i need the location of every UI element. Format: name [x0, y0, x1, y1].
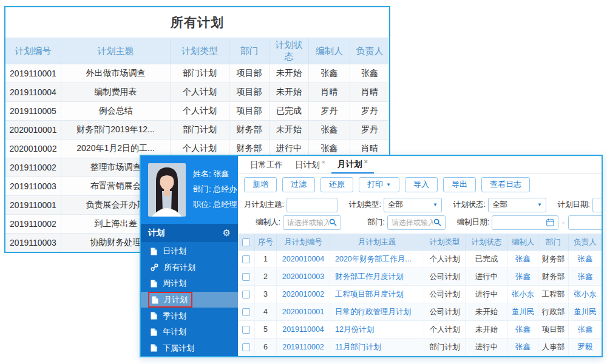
table-cell: 未开始: [466, 303, 508, 320]
table-cell-link[interactable]: 12月份计划: [330, 321, 424, 338]
table-cell: 进行中: [466, 268, 508, 285]
sidebar-item-label: 日计划: [163, 246, 186, 257]
row-checkbox[interactable]: [242, 255, 250, 263]
close-icon[interactable]: ×: [322, 158, 325, 166]
search-input[interactable]: [392, 218, 433, 227]
sidebar-item-年计划[interactable]: 年计划: [141, 324, 238, 340]
sidebar-item-下属计划[interactable]: 下属计划: [141, 340, 238, 356]
search-icon: [433, 218, 441, 226]
table-cell-link[interactable]: 11月部门计划: [330, 339, 424, 356]
table-cell: 肖晴: [350, 83, 389, 101]
table-cell-link[interactable]: 张鑫: [508, 339, 538, 356]
row-checkbox[interactable]: [242, 326, 250, 334]
row-checkbox[interactable]: [242, 291, 250, 298]
table-cell-link[interactable]: 张小东: [508, 286, 538, 303]
table-cell-link[interactable]: 罗毅: [569, 339, 602, 356]
search-input[interactable]: [287, 218, 329, 227]
table-cell-link[interactable]: 张小东: [569, 286, 602, 303]
table-cell-link[interactable]: 2019110002: [277, 339, 330, 356]
filter-label: 计划日期:: [554, 200, 590, 210]
filter-input[interactable]: [592, 198, 602, 212]
table-cell-link[interactable]: 2020010004: [277, 251, 330, 268]
table-cell-link[interactable]: 2020010002: [277, 286, 330, 303]
sidebar-item-label: 下属计划: [163, 343, 194, 354]
查看日志-button[interactable]: 查看日志: [481, 177, 530, 192]
filter-label: 计划类型:: [345, 200, 381, 210]
checkbox-cell: [238, 321, 255, 338]
新增-button[interactable]: 新增: [244, 177, 277, 192]
table-cell-link[interactable]: 张鑫: [508, 321, 538, 338]
table-cell: 财务部门2019年12...: [61, 121, 171, 139]
过滤-button[interactable]: 过滤: [282, 177, 315, 192]
table-cell: 张鑫: [309, 121, 350, 139]
date-field[interactable]: [496, 218, 546, 227]
column-header: 月计划主题: [330, 234, 424, 250]
table-cell-link[interactable]: 董川民: [569, 303, 602, 320]
sidebar-item-月计划[interactable]: 月计划: [141, 292, 238, 308]
caret-down-icon: ▼: [433, 202, 438, 207]
table-cell: 2019110001: [5, 196, 61, 214]
close-icon[interactable]: ×: [364, 158, 367, 165]
table-cell-link[interactable]: 工程项目部月度计划: [330, 286, 424, 303]
table-cell-link[interactable]: 2020年财务部工作月...: [330, 251, 424, 268]
table-cell: 公司计划: [424, 286, 466, 303]
filter-input[interactable]: [287, 198, 337, 212]
table-cell: 未开始: [270, 83, 309, 101]
filter-select[interactable]: 全部▼: [384, 198, 442, 212]
还原-button[interactable]: 还原: [320, 177, 353, 192]
filter-input-field[interactable]: [597, 201, 602, 209]
导入-button[interactable]: 导入: [405, 177, 438, 192]
tab-label: 月计划: [337, 159, 362, 170]
select-all-checkbox[interactable]: [242, 238, 250, 246]
table-cell: 罗丹: [309, 102, 350, 120]
sidebar-item-所有计划[interactable]: 所有计划: [141, 260, 238, 276]
date-input-start[interactable]: [492, 215, 558, 230]
table-cell-link[interactable]: 张鑫: [569, 321, 602, 338]
date-field[interactable]: [572, 218, 602, 227]
main-area: 日常工作日计划×月计划× 新增过滤还原打印▼导入导出查看日志 月计划主题:计划类…: [238, 156, 602, 356]
table-cell-link[interactable]: 2020010001: [277, 303, 330, 320]
sidebar-section-label: 计划: [148, 228, 164, 238]
filter-search[interactable]: [387, 215, 446, 230]
table-cell: 2: [255, 268, 277, 285]
monthly-plan-table-header: 序号月计划编号月计划主题计划类型计划状态编制人部门负责人: [238, 234, 602, 251]
tab-月计划[interactable]: 月计划×: [331, 156, 374, 174]
filter-panel: 月计划主题:计划类型:全部▼计划状态:全部▼计划日期:编制人:部门:编制日期:-: [238, 195, 602, 234]
filter-search[interactable]: [283, 215, 341, 230]
table-cell-link[interactable]: 张鑫: [569, 251, 602, 268]
row-checkbox[interactable]: [242, 273, 250, 281]
sidebar-item-日计划[interactable]: 日计划: [141, 243, 238, 260]
checkbox-cell: [238, 339, 255, 356]
filter-group: 计划类型:全部▼: [345, 198, 442, 212]
row-checkbox[interactable]: [242, 343, 250, 351]
tab-日常工作[interactable]: 日常工作: [244, 156, 289, 174]
table-cell: 个人计划: [171, 102, 229, 120]
table-row: 120200100042020年财务部工作月...个人计划已完成张鑫财务部张鑫: [238, 251, 602, 268]
table-cell-link[interactable]: 张鑫: [508, 268, 538, 285]
table-cell-link[interactable]: 张鑫: [569, 268, 602, 285]
table-cell-link[interactable]: 2019110004: [277, 321, 330, 338]
column-header: 序号: [255, 234, 277, 250]
sidebar-item-content: 季计划: [148, 309, 189, 323]
date-input-end[interactable]: [568, 215, 602, 230]
filter-input-field[interactable]: [291, 201, 333, 209]
column-header: 计划类型: [171, 38, 229, 64]
sidebar-item-周计划[interactable]: 周计划: [141, 275, 238, 292]
table-cell: 2020010002: [5, 140, 61, 158]
filter-select[interactable]: 全部▼: [488, 198, 546, 212]
table-cell: 例会总结: [61, 102, 171, 120]
gear-icon[interactable]: ⚙: [223, 228, 231, 238]
sidebar-item-季计划[interactable]: 季计划: [141, 308, 238, 324]
row-checkbox[interactable]: [242, 308, 250, 316]
table-cell-link[interactable]: 张鑫: [508, 251, 538, 268]
column-header: 计划编号: [5, 38, 61, 64]
table-cell-link[interactable]: 财务部工作月度计划: [330, 268, 424, 285]
导出-button[interactable]: 导出: [443, 177, 476, 192]
annotation-box: 月计划: [148, 292, 192, 308]
table-cell-link[interactable]: 日常的行政管理月计划: [330, 303, 424, 320]
tab-日计划[interactable]: 日计划×: [289, 156, 331, 174]
table-cell-link[interactable]: 2020010003: [277, 268, 330, 285]
table-cell-link[interactable]: 董川民: [508, 303, 538, 320]
打印-button[interactable]: 打印▼: [359, 177, 399, 192]
sidebar-item-label: 月计划: [164, 294, 188, 305]
